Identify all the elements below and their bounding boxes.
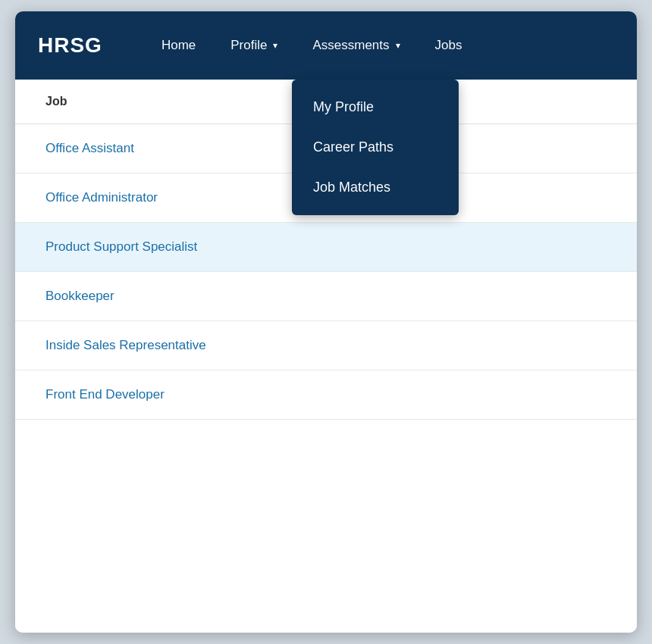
profile-dropdown-container: My Profile Career Paths Job Matches xyxy=(292,80,459,215)
brand-logo: HRSG xyxy=(38,33,102,58)
nav-home-label: Home xyxy=(161,38,196,53)
job-link-office-assistant[interactable]: Office Assistant xyxy=(45,141,134,155)
navbar: HRSG Home Profile ▾ Assessments ▾ Jobs xyxy=(15,11,637,80)
app-window: HRSG Home Profile ▾ Assessments ▾ Jobs M… xyxy=(15,11,637,633)
navbar-nav: Home Profile ▾ Assessments ▾ Jobs xyxy=(148,32,614,59)
job-link-inside-sales-representative[interactable]: Inside Sales Representative xyxy=(45,338,206,352)
job-link-office-administrator[interactable]: Office Administrator xyxy=(45,190,158,205)
job-link-front-end-developer[interactable]: Front End Developer xyxy=(45,387,165,402)
nav-jobs-label: Jobs xyxy=(435,38,462,53)
table-header-label: Job xyxy=(45,95,67,108)
table-row[interactable]: Inside Sales Representative xyxy=(15,321,637,370)
nav-jobs[interactable]: Jobs xyxy=(422,32,476,59)
nav-profile-label: Profile xyxy=(230,38,267,53)
table-row[interactable]: Front End Developer xyxy=(15,370,637,420)
table-row[interactable]: Bookkeeper xyxy=(15,272,637,321)
dropdown-job-matches[interactable]: Job Matches xyxy=(292,167,459,208)
table-row[interactable]: Product Support Specialist xyxy=(15,223,637,272)
assessments-chevron-icon: ▾ xyxy=(396,40,400,51)
dropdown-career-paths[interactable]: Career Paths xyxy=(292,127,459,167)
profile-chevron-icon: ▾ xyxy=(273,40,277,51)
dropdown-my-profile[interactable]: My Profile xyxy=(292,87,459,127)
job-link-bookkeeper[interactable]: Bookkeeper xyxy=(45,289,114,303)
nav-assessments-label: Assessments xyxy=(312,38,389,53)
job-link-product-support-specialist[interactable]: Product Support Specialist xyxy=(45,239,197,254)
profile-dropdown-menu: My Profile Career Paths Job Matches xyxy=(292,80,459,215)
nav-profile[interactable]: Profile ▾ xyxy=(217,32,291,59)
nav-assessments[interactable]: Assessments ▾ xyxy=(299,32,413,59)
nav-home[interactable]: Home xyxy=(148,32,209,59)
